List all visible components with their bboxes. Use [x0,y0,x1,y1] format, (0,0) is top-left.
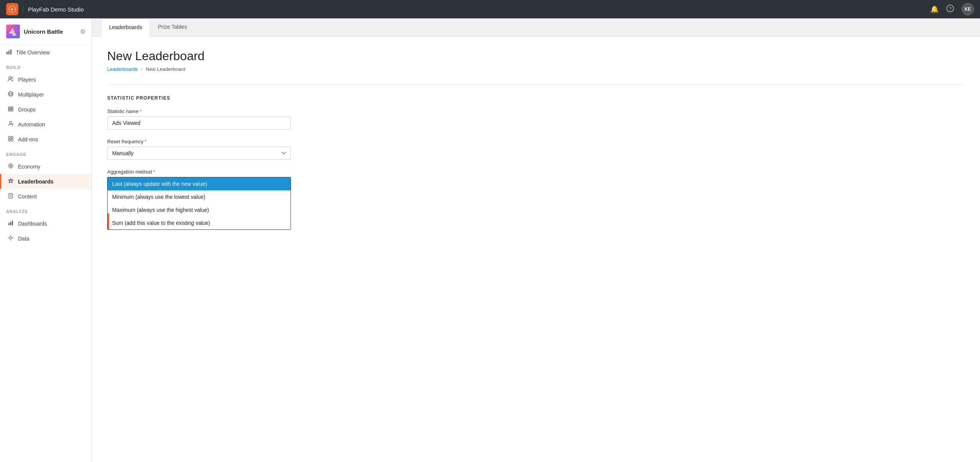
sidebar-item-label-automation: Automation [18,121,45,128]
svg-point-7 [9,77,11,79]
sidebar-item-label-data: Data [18,236,29,242]
reset-frequency-select[interactable]: Manually Daily Weekly Monthly [107,147,291,160]
reset-frequency-group: Reset frequency* Manually Daily Weekly M… [107,139,965,160]
content-divider [107,84,965,85]
sidebar-item-label-groups: Groups [18,106,36,113]
breadcrumb: Leaderboards › New Leaderboard [107,66,965,72]
statistic-name-label: Statistic name* [107,108,965,114]
sidebar-item-economy[interactable]: Economy [0,159,91,174]
orange-accent-bar [108,213,109,229]
svg-rect-19 [8,139,10,141]
aggregation-option-last[interactable]: Last (always update with the new value) [108,177,291,190]
layers-icon [7,106,14,113]
svg-rect-5 [8,51,10,54]
svg-rect-27 [8,223,10,225]
required-indicator-2: * [145,139,147,144]
aggregation-option-sum[interactable]: Sum (add this value to the existing valu… [108,216,291,229]
aggregation-option-sum-wrapper: Sum (add this value to the existing valu… [108,216,291,229]
statistic-name-input[interactable] [107,116,291,129]
playfab-logo-icon: P [8,5,16,13]
required-indicator: * [140,108,142,114]
breadcrumb-leaderboards-link[interactable]: Leaderboards [107,66,138,72]
user-avatar[interactable]: KE [962,3,974,15]
globe-icon [7,91,14,98]
svg-rect-13 [8,108,13,110]
tab-bar: Leaderboards Prize Tables [92,18,980,37]
app-layout: 🦄 Unicorn Battle ⚙ Title Overview BUILD [0,18,980,462]
sidebar-item-content[interactable]: Content [0,189,91,204]
content-area: New Leaderboard Leaderboards › New Leade… [92,37,980,462]
economy-icon [7,163,14,170]
svg-rect-14 [8,110,13,111]
sidebar-item-groups[interactable]: Groups [0,102,91,117]
app-logo: 🦄 [6,25,20,38]
aggregation-option-maximum[interactable]: Maximum (always use the highest value) [108,203,291,216]
reset-frequency-label: Reset frequency* [107,139,965,144]
svg-text:P: P [11,8,13,11]
main-content: Leaderboards Prize Tables New Leaderboar… [92,18,980,462]
svg-rect-12 [8,107,13,108]
sidebar-header: 🦄 Unicorn Battle ⚙ [0,18,91,45]
data-icon [7,235,14,242]
breadcrumb-separator: › [141,66,142,72]
sidebar-item-title-overview[interactable]: Title Overview [0,45,91,60]
sidebar-item-label-leaderboards: Leaderboards [18,179,54,185]
tab-prize-tables[interactable]: Prize Tables [150,18,194,37]
aggregation-option-minimum[interactable]: Minimum (always use the lowest value) [108,190,291,203]
settings-icon[interactable]: ⚙ [80,28,85,35]
sidebar-item-label-economy: Economy [18,164,40,170]
required-indicator-3: * [153,169,155,175]
svg-text:?: ? [949,6,952,11]
sidebar-item-label-content: Content [18,193,37,200]
help-icon[interactable]: ? [946,5,954,14]
svg-rect-29 [12,221,13,225]
sidebar-item-label-title-overview: Title Overview [16,49,50,56]
sidebar-item-data[interactable]: Data [0,231,91,246]
svg-point-30 [10,237,12,239]
sidebar-item-addons[interactable]: Add-ons [0,132,91,147]
svg-point-15 [10,121,12,124]
topbar: P PlayFab Demo Studio 🔔 ? KE [0,0,980,18]
svg-rect-17 [8,136,10,138]
notification-icon[interactable]: 🔔 [930,5,939,13]
svg-rect-28 [10,222,11,225]
chart-icon [6,49,12,56]
aggregation-method-label: Aggregation method* [107,169,965,175]
content-icon [7,193,14,200]
sidebar-item-label-multiplayer: Multiplayer [18,92,44,98]
sidebar-item-automation[interactable]: Automation [0,117,91,132]
aggregation-method-group: Aggregation method* Last (always update … [107,169,965,230]
svg-rect-4 [7,52,8,54]
sidebar-section-build: BUILD [0,60,91,72]
sidebar-section-analyze: ANALYZE [0,204,91,216]
topbar-title: PlayFab Demo Studio [28,6,84,13]
svg-rect-18 [11,136,13,138]
topbar-logo: P [6,3,18,15]
sidebar-item-players[interactable]: Players [0,72,91,87]
sidebar-item-dashboards[interactable]: Dashboards [0,216,91,231]
sidebar-section-engage: ENGAGE [0,147,91,159]
svg-line-16 [12,123,13,125]
section-title: STATISTIC PROPERTIES [107,95,965,101]
automation-icon [7,121,14,128]
aggregation-dropdown-list: Last (always update with the new value) … [107,177,291,230]
topbar-right: 🔔 ? KE [930,3,974,15]
sidebar: 🦄 Unicorn Battle ⚙ Title Overview BUILD [0,18,92,462]
tab-leaderboards[interactable]: Leaderboards [101,18,150,37]
sidebar-item-label-dashboards: Dashboards [18,221,47,227]
sidebar-item-label-addons: Add-ons [18,136,38,143]
sidebar-item-leaderboards[interactable]: Leaderboards [0,174,91,189]
sidebar-item-multiplayer[interactable]: Multiplayer [0,87,91,102]
svg-point-21 [9,164,13,168]
svg-point-8 [11,77,13,79]
topbar-divider [23,5,23,14]
sidebar-item-label-players: Players [18,77,36,83]
svg-rect-24 [9,193,13,198]
dashboards-icon [7,220,14,227]
breadcrumb-current: New Leaderboard [146,66,185,72]
svg-rect-6 [10,49,11,54]
leaderboards-icon [7,178,14,185]
people-icon [7,76,14,83]
page-title: New Leaderboard [107,49,965,63]
app-name: Unicorn Battle [24,28,63,35]
